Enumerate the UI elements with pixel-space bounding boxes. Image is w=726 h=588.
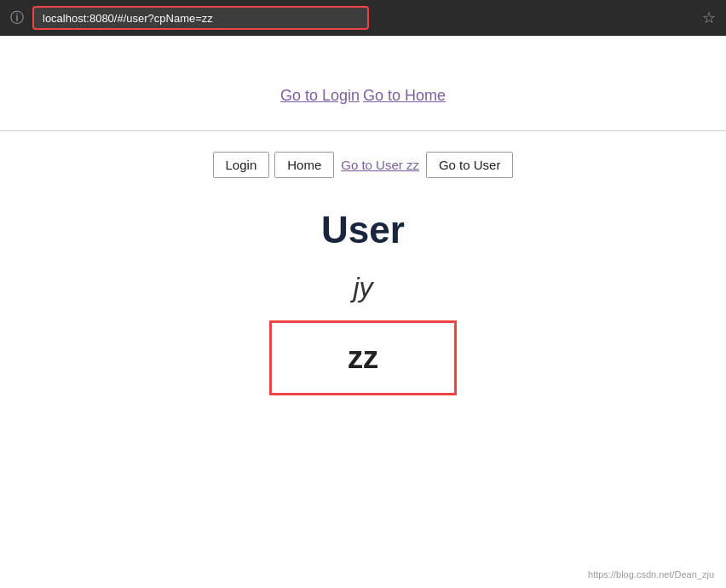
- button-nav: Login Home Go to User zz Go to User: [213, 152, 514, 178]
- go-to-login-link[interactable]: Go to Login: [280, 87, 360, 105]
- browser-bar: ⓘ localhost:8080/#/user?cpName=zz ☆: [0, 0, 726, 36]
- home-button[interactable]: Home: [274, 152, 334, 178]
- login-button[interactable]: Login: [213, 152, 270, 178]
- go-to-user-button[interactable]: Go to User: [426, 152, 514, 178]
- sub-user-label: jy: [353, 272, 372, 303]
- info-icon: ⓘ: [10, 9, 24, 27]
- page-content: Go to Login Go to Home Login Home Go to …: [0, 36, 726, 588]
- go-to-home-link[interactable]: Go to Home: [363, 87, 446, 105]
- go-to-user-zz-link[interactable]: Go to User zz: [339, 153, 421, 177]
- watermark: https://blog.csdn.net/Dean_zju: [588, 569, 714, 579]
- highlighted-user-text: zz: [348, 340, 378, 375]
- divider: [0, 130, 726, 131]
- url-bar[interactable]: localhost:8080/#/user?cpName=zz: [32, 6, 369, 30]
- url-text: localhost:8080/#/user?cpName=zz: [43, 12, 213, 25]
- highlighted-user-box: zz: [269, 320, 457, 395]
- top-nav: Go to Login Go to Home: [280, 87, 446, 105]
- bookmark-star-icon[interactable]: ☆: [702, 9, 716, 27]
- page-title: User: [321, 209, 405, 251]
